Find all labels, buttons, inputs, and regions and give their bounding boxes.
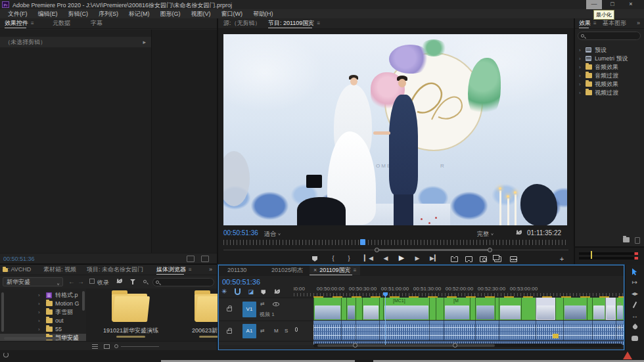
add-marker-button[interactable] bbox=[310, 255, 319, 261]
timeline-clip[interactable] bbox=[341, 298, 346, 320]
close-tab-icon[interactable]: × bbox=[313, 267, 317, 273]
monitor-zoom-bar[interactable] bbox=[223, 248, 568, 252]
warning-triangle-icon[interactable] bbox=[623, 351, 632, 359]
location-dropdown[interactable]: 新华安盛∨ bbox=[3, 277, 63, 286]
timeline-clip[interactable] bbox=[429, 298, 436, 320]
panel-overflow-button[interactable]: » bbox=[637, 18, 640, 28]
timeline-clip[interactable] bbox=[605, 298, 616, 320]
timeline-clip[interactable] bbox=[592, 298, 605, 320]
ingest-checkbox[interactable] bbox=[89, 279, 95, 284]
monitor-scrub-ruler[interactable] bbox=[223, 240, 568, 245]
solo-button[interactable]: S bbox=[285, 328, 288, 334]
program-video-preview[interactable]: OME R bbox=[223, 34, 567, 225]
thumbnail-view-button[interactable] bbox=[104, 344, 110, 349]
tree-item-lixueli[interactable]: ›李雪丽 bbox=[0, 308, 86, 317]
snap-magnet-icon[interactable] bbox=[235, 288, 241, 295]
voiceover-mic-icon[interactable] bbox=[295, 327, 298, 332]
extract-button[interactable] bbox=[464, 255, 473, 262]
effects-group-audio-effects[interactable]: ›音频效果 bbox=[575, 63, 644, 72]
mark-in-button[interactable]: { bbox=[329, 255, 338, 261]
tab-essential-graphics[interactable]: 基本图形 bbox=[603, 18, 626, 28]
scroll-handle-right[interactable] bbox=[453, 343, 457, 348]
forward-button[interactable]: → bbox=[78, 278, 84, 285]
tree-item-motion[interactable]: ›Motion G bbox=[0, 300, 86, 308]
lift-button[interactable] bbox=[449, 255, 459, 262]
timeline-clip[interactable] bbox=[346, 298, 356, 320]
folder-item-191021[interactable]: 191021新华安盛演练 bbox=[91, 288, 171, 345]
button-editor-button[interactable] bbox=[509, 255, 518, 262]
tab-source-monitor[interactable]: 源:（无剪辑） bbox=[223, 18, 261, 28]
expand-arrow-icon[interactable]: ▸ bbox=[143, 37, 146, 47]
comparison-view-button[interactable] bbox=[493, 255, 502, 262]
menu-clip[interactable]: 剪辑(C) bbox=[63, 10, 94, 18]
panel-menu-icon[interactable]: ≡ bbox=[317, 20, 320, 26]
menu-sequence[interactable]: 序列(S) bbox=[93, 10, 124, 18]
zoom-handle-right[interactable] bbox=[488, 248, 492, 252]
tree-item-55[interactable]: ›55 bbox=[0, 325, 86, 334]
track-select-forward-tool[interactable]: ↦ bbox=[630, 279, 639, 287]
zoom-slider[interactable] bbox=[121, 346, 159, 347]
tab-bin-avchd[interactable]: : AVCHD bbox=[3, 265, 31, 275]
panel-overflow-button[interactable]: » bbox=[209, 265, 212, 275]
timeline-clip[interactable] bbox=[475, 298, 495, 320]
close-button[interactable]: × bbox=[623, 0, 639, 9]
maximize-button[interactable]: □ bbox=[605, 0, 620, 9]
tab-program-monitor[interactable]: 节目: 201109国宾≡ bbox=[268, 18, 320, 28]
effects-group-audio-transitions[interactable]: ›音频过渡 bbox=[575, 72, 644, 80]
razor-tool[interactable] bbox=[630, 301, 639, 309]
panel-menu-icon[interactable]: ≡ bbox=[189, 267, 192, 273]
zoom-handle-left[interactable] bbox=[375, 248, 379, 252]
menu-file[interactable]: 文件(F) bbox=[3, 10, 33, 18]
linked-selection-icon[interactable]: ◪ bbox=[248, 288, 254, 295]
sync-status-icon[interactable] bbox=[3, 352, 9, 357]
timeline-ruler[interactable]: 30:00 00:50:00:00 00:50:30:00 00:51:00:0… bbox=[294, 285, 624, 296]
snapshot-icon[interactable] bbox=[201, 256, 209, 262]
menu-window[interactable]: 窗口(W) bbox=[216, 10, 248, 18]
playback-resolution-dropdown[interactable]: 完整 ∨ bbox=[477, 230, 494, 238]
track-resize-handle[interactable] bbox=[618, 302, 621, 305]
menu-edit[interactable]: 编辑(E) bbox=[33, 10, 63, 18]
panel-menu-icon[interactable]: ≡ bbox=[31, 20, 34, 26]
mark-out-button[interactable]: } bbox=[344, 255, 354, 261]
list-view-button[interactable] bbox=[92, 344, 98, 349]
track-target-a1[interactable]: A1 bbox=[242, 324, 256, 338]
timeline-clip[interactable] bbox=[563, 298, 587, 320]
timeline-timecode[interactable]: 00:50:51:36 bbox=[222, 278, 260, 286]
media-search-box[interactable] bbox=[152, 278, 214, 286]
fx-badge[interactable] bbox=[553, 334, 559, 338]
timeline-clip[interactable] bbox=[313, 298, 341, 320]
timeline-clip[interactable] bbox=[616, 298, 624, 320]
timeline-clip[interactable] bbox=[499, 298, 521, 320]
timeline-clip[interactable] bbox=[536, 298, 555, 320]
track-name-v1[interactable]: 视频 1 bbox=[260, 311, 275, 318]
toggle-track-output-eye-icon[interactable] bbox=[273, 302, 279, 306]
timeline-clip[interactable]: [M bbox=[444, 298, 470, 320]
effects-search-box[interactable] bbox=[578, 32, 641, 40]
add-transport-button[interactable]: + bbox=[557, 255, 566, 263]
menu-help[interactable]: 帮助(H) bbox=[248, 10, 279, 18]
search-icon[interactable] bbox=[143, 280, 147, 283]
panel-menu-icon[interactable]: ≡ bbox=[354, 267, 357, 273]
monitor-playhead[interactable] bbox=[360, 239, 365, 245]
play-button[interactable]: ▶ bbox=[397, 254, 406, 262]
tab-sequence-201109-active[interactable]: ×201109国宾≡ bbox=[310, 265, 360, 275]
tab-effects[interactable]: 效果≡ bbox=[579, 18, 597, 28]
menu-graphics[interactable]: 图形(G) bbox=[155, 10, 186, 18]
clip-indicator[interactable] bbox=[634, 257, 638, 260]
step-forward-button[interactable]: ▶ bbox=[413, 255, 422, 261]
tab-media-browser[interactable]: 媒体浏览器≡ bbox=[156, 265, 192, 275]
menu-markers[interactable]: 标记(M) bbox=[124, 10, 155, 18]
sync-lock-icon[interactable]: ⇄ bbox=[260, 328, 265, 334]
go-to-in-button[interactable]: ▎◀ bbox=[364, 255, 373, 261]
new-custom-bin-icon[interactable] bbox=[623, 237, 630, 242]
delete-icon[interactable] bbox=[635, 237, 640, 244]
effects-group-video-transitions[interactable]: ›视频过渡 bbox=[575, 89, 644, 97]
timeline-clip[interactable] bbox=[521, 298, 536, 320]
effects-group-lumetri-presets[interactable]: ›Lumetri 预设 bbox=[575, 55, 644, 63]
timeline-clip[interactable] bbox=[470, 298, 475, 320]
panel-menu-icon[interactable]: ≡ bbox=[593, 20, 597, 26]
tab-captions[interactable]: 字幕 bbox=[91, 18, 103, 28]
go-to-out-button[interactable]: ▶▎ bbox=[430, 255, 439, 261]
monitor-settings-wrench-icon[interactable] bbox=[515, 229, 522, 236]
timeline-clip[interactable] bbox=[436, 298, 444, 320]
